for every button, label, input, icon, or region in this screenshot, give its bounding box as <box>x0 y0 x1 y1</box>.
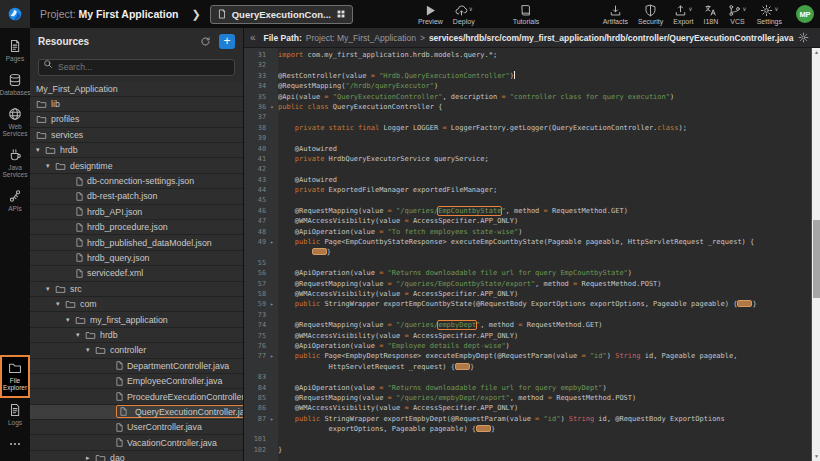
code-area[interactable]: 31import com.my_first_application.hrdb.m… <box>244 48 811 461</box>
code-line[interactable]: 101 <box>244 434 811 444</box>
tree-item-hrdb[interactable]: ▾hrdb <box>30 328 243 343</box>
collapse-panel-icon[interactable]: « <box>246 32 260 43</box>
rail-item-logs[interactable]: Logs <box>0 398 30 432</box>
code-line[interactable]: 75 @WMAccessVisibility(value = AccessSpe… <box>244 331 811 341</box>
rail-item-apis[interactable]: APIs <box>0 184 30 218</box>
tree-item-queryexecutioncontroller-java[interactable]: QueryExecutionController.java <box>30 405 243 420</box>
chevron-down-icon[interactable]: ▾ <box>66 316 75 324</box>
i18n-button[interactable]: I18N <box>699 4 724 25</box>
tree-item-lib[interactable]: lib <box>30 97 243 112</box>
app-logo[interactable] <box>0 0 30 28</box>
tree-item-hrdb[interactable]: ▾hrdb <box>30 143 243 158</box>
refresh-icon[interactable] <box>200 36 211 47</box>
tree-item-hrdb-query-json[interactable]: hrdb_query.json <box>30 251 243 266</box>
folded-code-icon[interactable] <box>476 425 491 432</box>
scroll-up-icon[interactable]: ▲ <box>812 48 820 57</box>
code-line[interactable]: 44 private ExportedFileManager exportedF… <box>244 185 811 195</box>
deploy-button[interactable]: ∨Deploy <box>448 4 480 25</box>
chevron-down-icon[interactable]: ▾ <box>76 331 85 339</box>
tree-item-db-rest-patch-json[interactable]: db-rest-patch.json <box>30 189 243 204</box>
tree-item-hrdb-api-json[interactable]: hrdb_API.json <box>30 205 243 220</box>
folded-code-icon[interactable] <box>737 300 752 307</box>
tutorials-button[interactable]: Tutorials <box>508 4 545 25</box>
code-line[interactable]: 46 @RequestMapping(value = "/queries/Emp… <box>244 206 811 216</box>
code-line[interactable]: 32 <box>244 60 811 70</box>
chevron-down-icon[interactable]: ▾ <box>56 300 65 308</box>
fold-open-icon[interactable]: ▾ <box>266 102 278 112</box>
artifacts-button[interactable]: Artifacts <box>598 4 633 25</box>
code-line[interactable]: 38 private static final Logger LOGGER = … <box>244 123 811 133</box>
code-line[interactable]: 48 @ApiOperation(value = "To fetch emplo… <box>244 227 811 237</box>
tree-item-vacationcontroller-java[interactable]: VacationController.java <box>30 435 243 450</box>
code-line[interactable]: 86 @WMAccessVisibility(value = AccessSpe… <box>244 403 811 413</box>
tree-item-com[interactable]: ▾com <box>30 297 243 312</box>
code-line[interactable]: 57 @RequestMapping(value = "/queries/Emp… <box>244 279 811 289</box>
rail-item-item[interactable] <box>0 432 30 457</box>
rail-item-databases[interactable]: Databases <box>0 68 30 102</box>
add-resource-button[interactable]: + <box>219 34 235 49</box>
code-line[interactable]: 74 @RequestMapping(value = "/queries/emp… <box>244 320 811 330</box>
tree-item-usercontroller-java[interactable]: UserController.java <box>30 420 243 435</box>
code-line[interactable]: 41 private HrdbQueryExecutorService quer… <box>244 154 811 164</box>
code-line[interactable]: 31import com.my_first_application.hrdb.m… <box>244 50 811 60</box>
tree-item-profiles[interactable]: profiles <box>30 112 243 127</box>
settings-button[interactable]: ∨Settings <box>752 4 787 25</box>
code-line[interactable]: 34@RequestMapping("/hrdb/queryExecutor") <box>244 81 811 91</box>
code-line[interactable]: 33@RestController(value = "Hrdb.QueryExe… <box>244 71 811 81</box>
chevron-down-icon[interactable]: ▾ <box>86 346 95 354</box>
tree-item-my-first-application[interactable]: My_First_Application <box>30 82 243 97</box>
tree-item-departmentcontroller-java[interactable]: DepartmentController.java <box>30 359 243 374</box>
code-line[interactable]: 40 @Autowired <box>244 144 811 154</box>
code-line[interactable]: 84 @ApiOperation(value = "Returns downlo… <box>244 383 811 393</box>
tree-item-servicedef-xml[interactable]: servicedef.xml <box>30 266 243 281</box>
code-line[interactable]: 43 @Autowired <box>244 175 811 185</box>
code-line[interactable]: 76 @ApiOperation(value = "Employee detai… <box>244 341 811 351</box>
code-line[interactable]: 85 @RequestMapping(value = "/queries/emp… <box>244 393 811 403</box>
code-line[interactable]: 59▸ public StringWrapper exportEmpCountb… <box>244 299 811 309</box>
rail-item-web-services[interactable]: Web Services <box>0 102 30 143</box>
code-line[interactable]: 36▾public class QueryExecutionController… <box>244 102 811 112</box>
tree-item-db-connection-settings-json[interactable]: db-connection-settings.json <box>30 174 243 189</box>
folded-code-icon[interactable] <box>455 363 470 370</box>
code-line[interactable]: HttpServletRequest _request) {} <box>244 362 811 372</box>
fold-closed-icon[interactable]: ▸ <box>266 237 278 247</box>
code-line[interactable]: 102} <box>244 445 811 455</box>
folded-code-icon[interactable] <box>312 248 327 255</box>
fold-closed-icon[interactable]: ▸ <box>266 414 278 424</box>
code-line[interactable]: 49▸ public Page<EmpCountbyStateResponse>… <box>244 237 811 247</box>
vcs-button[interactable]: ∨VCS <box>723 4 751 25</box>
tree-item-hrdb-procedure-json[interactable]: hrdb_procedure.json <box>30 220 243 235</box>
code-line[interactable]: 77▸ public Page<EmpbyDeptResponse> execu… <box>244 351 811 361</box>
chevron-right-icon[interactable]: ▸ <box>86 454 95 461</box>
code-line[interactable]: 73 <box>244 310 811 320</box>
fold-closed-icon[interactable]: ▸ <box>266 299 278 309</box>
code-line[interactable]: exportOptions, Pageable pageable) {} <box>244 424 811 434</box>
fold-closed-icon[interactable]: ▸ <box>266 351 278 361</box>
rail-item-pages[interactable]: Pages <box>0 34 30 68</box>
security-button[interactable]: Security <box>633 4 668 25</box>
tree-item-hrdb-published-datamodel-json[interactable]: hrdb_published_dataModel.json <box>30 235 243 250</box>
tab-query-execution-controller[interactable]: QueryExecutionCon... <box>210 5 353 24</box>
code-line[interactable]: 87▸ public StringWrapper exportEmpbyDept… <box>244 414 811 424</box>
scrollbar-thumb[interactable] <box>813 220 820 298</box>
scroll-down-icon[interactable]: ▼ <box>812 452 820 461</box>
tree-item-src[interactable]: ▾src <box>30 282 243 297</box>
code-line[interactable]: 47 @WMAccessVisibility(value = AccessSpe… <box>244 216 811 226</box>
chevron-down-icon[interactable]: ▾ <box>46 162 55 170</box>
export-button[interactable]: ∨Export <box>668 4 698 25</box>
tree-item-controller[interactable]: ▾controller <box>30 343 243 358</box>
workspace-grid-icon[interactable] <box>336 9 346 19</box>
preview-button[interactable]: Preview <box>413 4 448 25</box>
code-line[interactable]: 37 <box>244 112 811 122</box>
tree-item-services[interactable]: services <box>30 128 243 143</box>
file-settings-icon[interactable] <box>798 32 809 43</box>
tree-item-procedureexecutioncontroller-java[interactable]: ProcedureExecutionController.java <box>30 389 243 404</box>
code-line[interactable]: 56 @ApiOperation(value = "Returns downlo… <box>244 268 811 278</box>
code-line[interactable]: 83 <box>244 372 811 382</box>
tree-item-my-first-application[interactable]: ▾my_first_application <box>30 312 243 327</box>
tree-item-employeecontroller-java[interactable]: EmployeeController.java <box>30 374 243 389</box>
code-line[interactable]: 35@Api(value = "QueryExecutionController… <box>244 92 811 102</box>
code-line[interactable]: 45 <box>244 195 811 205</box>
code-line[interactable]: 55 <box>244 258 811 268</box>
tree-item-dao[interactable]: ▸dao <box>30 451 243 461</box>
